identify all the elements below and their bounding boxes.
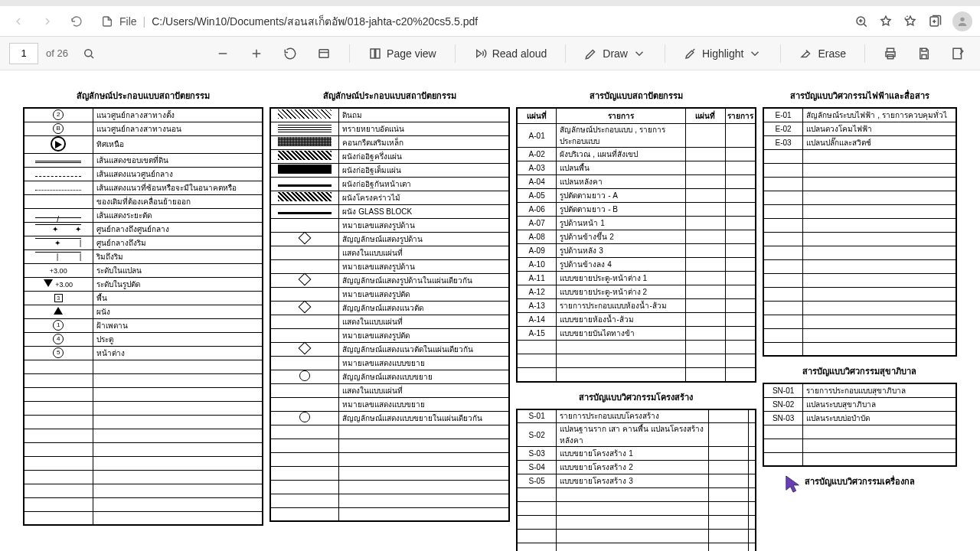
table-row: สัญญลักษณ์แสดงรูปด้าน <box>270 232 509 246</box>
table-row: SN-01รายการประกอบแบบสุขาภิบาล <box>763 383 956 397</box>
table-row: เส้นแสดงขอบเขตที่ดิน <box>24 153 263 167</box>
table-row: เส้นแสดงแนวที่ซ้อนหรือจะมีในอนาคตหรือ <box>24 181 263 194</box>
refresh-button[interactable] <box>66 11 87 32</box>
index-table-arch: แผ่นที่รายการแผ่นที่รายการA-01สัญลักษณ์ป… <box>516 107 756 383</box>
table-row: S-04แบบขยายโครงสร้าง 2 <box>517 461 756 474</box>
section-title: สารบัญแบบวิศวกรรมโครงสร้าง <box>516 390 756 404</box>
table-row: +3.00ระดับในแปลน <box>24 263 263 277</box>
table-row: หมายเลขแสดงแบบขยาย <box>270 356 509 370</box>
section-title: สารบัญแบบวิศวกรรมไฟฟ้าและสื่อสาร <box>763 89 957 103</box>
profile-avatar[interactable] <box>952 11 972 31</box>
table-row: A-02ผังบริเวณ , แผนที่สังเขป <box>517 148 756 161</box>
forward-button[interactable] <box>37 11 58 32</box>
annotate-button[interactable] <box>945 44 971 64</box>
table-row: SN-03แปลนระบบบ่อบำบัด <box>763 411 956 425</box>
table-row <box>763 177 956 191</box>
table-row <box>763 315 956 328</box>
highlight-button[interactable]: Highlight <box>678 44 768 64</box>
collections-icon[interactable] <box>928 15 942 28</box>
table-row: S-03แบบขยายโครงสร้าง 1 <box>517 447 756 461</box>
zoom-icon[interactable] <box>854 15 868 28</box>
table-row: ผนัง <box>24 305 263 318</box>
table-row <box>24 470 263 484</box>
table-row: เส้นแสดงแนวศูนย์กลาง <box>24 167 263 181</box>
find-button[interactable] <box>76 44 102 64</box>
symbol-table-1: 2แนวศูนย์กลางสาทางตั้งBแนวศูนย์กลางสาทาง… <box>23 107 263 526</box>
table-row: S-02แปลนฐานราก เสา คานพื้น แปลนโครงสร้าง… <box>517 423 756 447</box>
table-row <box>24 442 263 456</box>
url-box[interactable]: File | C:/Users/Win10/Documents/สอนสเก็ต… <box>95 9 847 34</box>
section-title: สัญลักษณ์ประกอบแบบสถาปัตยกรรม <box>270 89 510 103</box>
symbol-table-2: ดินถมทรายหยาบอัดแน่นคอนกรีตเสริมเหล็กผนั… <box>270 107 510 522</box>
table-row: ||ริมถึงริม <box>24 249 263 263</box>
zoom-out-button[interactable] <box>210 44 236 64</box>
section-title: สารบัญแบบสถาปัตยกรรม <box>516 89 756 103</box>
file-icon <box>101 15 113 28</box>
table-row: A-01สัญลักษณ์ประกอบแบบ , รายการประกอบแบบ <box>517 124 756 148</box>
print-button[interactable] <box>877 44 903 64</box>
zoom-in-button[interactable] <box>243 44 270 64</box>
table-row: แสดงในแบบแผ่นที่ <box>270 383 509 397</box>
table-row: A-10รูปด้านข้างลง 4 <box>517 258 756 272</box>
read-aloud-button[interactable]: Read aloud <box>468 44 554 64</box>
rotate-button[interactable] <box>277 44 303 64</box>
table-row <box>24 373 263 387</box>
save-button[interactable] <box>911 44 937 64</box>
table-row: ดินถม <box>270 108 509 122</box>
table-row: A-04แปลนหลังคา <box>517 175 756 189</box>
table-row <box>763 328 956 342</box>
index-table-sanit: SN-01รายการประกอบแบบสุขาภิบาลSN-02แปลนระ… <box>763 383 957 467</box>
table-row <box>517 543 756 552</box>
draw-button[interactable]: Draw <box>578 44 652 64</box>
section-title: สารบัญแบบวิศวกรรมสุขาภิบาล <box>763 364 957 378</box>
table-row: A-09รูปด้านหลัง 3 <box>517 244 756 258</box>
table-row: ผนังโครงคร่าวไม้ <box>270 191 509 204</box>
erase-button[interactable]: Erase <box>793 44 852 64</box>
table-row: A-14แบบขยายห้องน้ำ-ส้วม <box>517 313 756 327</box>
index-table-struct: S-01รายการประกอบแบบโครงสร้างS-02แปลนฐานร… <box>516 409 756 552</box>
favorite-icon[interactable] <box>879 15 893 28</box>
table-row: A-07รูปด้านหน้า 1 <box>517 217 756 230</box>
table-row <box>24 429 263 442</box>
table-row: /เส้นแสดงระยะตัด <box>24 208 263 222</box>
table-row: S-05แบบขยายโครงสร้าง 3 <box>517 474 756 488</box>
table-row: S-01รายการประกอบแบบโครงสร้าง <box>517 409 756 423</box>
table-row: คอนกรีตเสริมเหล็ก <box>270 135 509 149</box>
table-row <box>763 259 956 273</box>
table-row: E-01สัญลักษณ์ระบบไฟฟ้า , รายการควบคุมทั่… <box>763 108 956 122</box>
section-title: สารบัญแบบวิศวกรรมเครื่องกล <box>763 474 957 488</box>
table-row: A-13รายการประกอบแบบห้องน้ำ-ส้วม <box>517 299 756 313</box>
table-row: +3.00ระดับในรูปตัด <box>24 277 263 291</box>
pdf-toolbar: of 26 Page view Read aloud Draw Highligh… <box>0 37 980 70</box>
table-row: ผนังก่ออิฐครึ่งแผ่น <box>270 149 509 163</box>
favorites-bar-icon[interactable] <box>903 15 917 28</box>
address-bar: File | C:/Users/Win10/Documents/สอนสเก็ต… <box>0 6 980 37</box>
pdf-viewport[interactable]: สัญลักษณ์ประกอบแบบสถาปัตยกรรม 2แนวศูนย์ก… <box>0 70 980 551</box>
index-table-elec: E-01สัญลักษณ์ระบบไฟฟ้า , รายการควบคุมทั่… <box>763 107 957 357</box>
table-row <box>270 466 509 480</box>
svg-rect-4 <box>319 49 328 57</box>
table-row <box>763 191 956 204</box>
table-row <box>517 516 756 530</box>
table-row: 2แนวศูนย์กลางสาทางตั้ง <box>24 108 263 122</box>
table-row <box>763 439 956 452</box>
table-row: ผนัง GLASS BLOCK <box>270 204 509 218</box>
chevron-down-icon <box>748 47 762 60</box>
svg-rect-5 <box>371 49 374 58</box>
page-number-input[interactable] <box>9 43 38 64</box>
table-row <box>763 163 956 177</box>
table-row <box>763 287 956 301</box>
table-row <box>24 415 263 429</box>
back-button[interactable] <box>8 11 29 32</box>
table-row <box>517 488 756 502</box>
table-row: E-02แปลนดวงโคมไฟฟ้า <box>763 122 956 135</box>
fit-page-button[interactable] <box>311 44 337 64</box>
page-view-button[interactable]: Page view <box>362 44 443 64</box>
table-row: หมายเลขแสดงรูปด้าน <box>270 259 509 273</box>
table-row <box>763 232 956 246</box>
table-row <box>24 456 263 470</box>
table-row: E-03แปลนปลั๊กและสวิตช์ <box>763 135 956 149</box>
table-row: ของเดิมที่ต้องเคลื่อนย้ายออก <box>24 194 263 208</box>
table-row <box>763 204 956 218</box>
table-row: ผนังก่ออิฐเต็มแผ่น <box>270 163 509 177</box>
